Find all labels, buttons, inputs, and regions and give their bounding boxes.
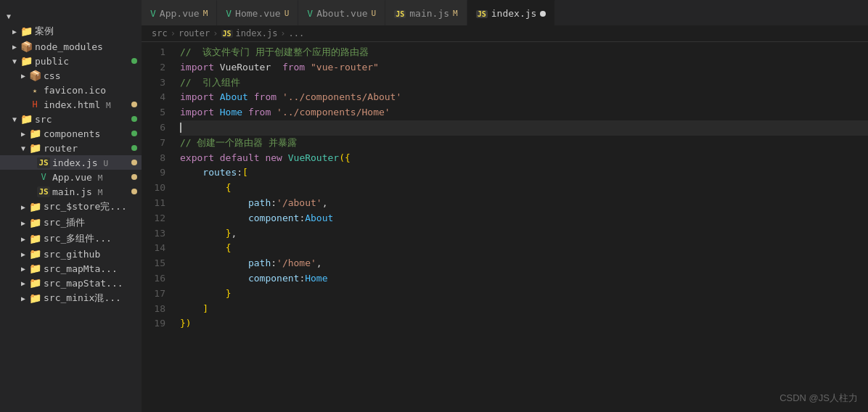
sidebar-item-router[interactable]: ▼📁router bbox=[0, 141, 142, 155]
token-comment: // 引入组件 bbox=[180, 75, 240, 91]
token-default bbox=[305, 60, 311, 75]
sidebar-item-label: favicon.ico bbox=[44, 85, 142, 96]
token-prop: component bbox=[248, 271, 299, 287]
sidebar-item-src_multi[interactable]: ▶📁src_多组件... bbox=[0, 231, 142, 247]
token-default bbox=[180, 196, 248, 211]
token-default bbox=[214, 151, 220, 166]
tab-index_js[interactable]: JSindex.js bbox=[467, 0, 556, 25]
token-string: "vue-router" bbox=[311, 60, 379, 75]
breadcrumb-dots: ... bbox=[289, 28, 305, 38]
tab-vue-icon: V bbox=[307, 8, 313, 19]
token-string: '/home' bbox=[277, 256, 316, 271]
sidebar-item-src[interactable]: ▼📁src bbox=[0, 112, 142, 126]
sidebar-item-src_mapStat[interactable]: ▶📁src_mapStat... bbox=[0, 276, 142, 290]
sidebar-item-label: src_$store完... bbox=[44, 200, 142, 213]
tab-main_js[interactable]: JSmain.jsM bbox=[385, 0, 467, 25]
token-keyword: from bbox=[282, 60, 305, 75]
sidebar-item-label: src_mapStat... bbox=[44, 278, 142, 289]
tab-app_vue[interactable]: VApp.vueM bbox=[142, 0, 217, 25]
token-component: About bbox=[305, 211, 333, 226]
chevron-icon: ▶ bbox=[17, 128, 29, 139]
sidebar-item-cases[interactable]: ▶📁案例 bbox=[0, 23, 142, 39]
sidebar-item-app_vue[interactable]: VApp.vue M bbox=[0, 170, 142, 184]
token-punct: , bbox=[231, 226, 237, 242]
chevron-icon: ▶ bbox=[17, 263, 29, 274]
sidebar-root[interactable]: ▼ bbox=[0, 9, 142, 23]
code-line: component:About bbox=[180, 211, 868, 226]
token-default: : bbox=[271, 256, 277, 271]
chevron-icon bbox=[26, 186, 38, 197]
sidebar-item-label: css bbox=[44, 70, 142, 81]
sidebar-tree: ▼ ▶📁案例▶📦node_modules▼📁public▶📦css★favico… bbox=[0, 9, 142, 412]
sidebar-item-label: App.vue M bbox=[52, 172, 131, 183]
code-line: { bbox=[180, 241, 868, 256]
sidebar-item-index_html[interactable]: Hindex.html M bbox=[0, 97, 142, 112]
token-default bbox=[180, 165, 202, 181]
tab-modifier: M bbox=[203, 9, 208, 18]
folder-blue-icon: 📦 bbox=[29, 70, 41, 81]
token-default: VueRouter bbox=[214, 60, 282, 75]
token-bracket: ) bbox=[186, 316, 192, 331]
sidebar-item-components[interactable]: ▶📁components bbox=[0, 126, 142, 141]
sidebar-item-node_modules[interactable]: ▶📦node_modules bbox=[0, 39, 142, 54]
token-default bbox=[214, 90, 220, 105]
sidebar-item-src_store[interactable]: ▶📁src_$store完... bbox=[0, 199, 142, 215]
tab-about_vue[interactable]: VAbout.vueU bbox=[298, 0, 385, 25]
sidebar-item-main_js[interactable]: JSmain.js M bbox=[0, 184, 142, 199]
line-number: 1 bbox=[142, 45, 165, 60]
token-bracket: { bbox=[226, 241, 232, 256]
sidebar-item-label: public bbox=[35, 56, 131, 67]
token-prop: component bbox=[248, 211, 299, 226]
sidebar-item-src_github[interactable]: ▶📁src_github bbox=[0, 247, 142, 261]
code-content[interactable]: // 该文件专门 用于创建整个应用的路由器import VueRouter fr… bbox=[174, 42, 868, 412]
line-number: 14 bbox=[142, 241, 165, 256]
tab-home_vue[interactable]: VHome.vueU bbox=[217, 0, 298, 25]
sidebar-item-label: 案例 bbox=[35, 25, 142, 38]
status-badge bbox=[131, 102, 137, 107]
tab-bar: VApp.vueMVHome.vueUVAbout.vueUJSmain.jsM… bbox=[142, 0, 868, 25]
line-number: 11 bbox=[142, 196, 165, 211]
token-default bbox=[180, 256, 248, 271]
code-line: ] bbox=[180, 302, 868, 317]
sidebar-item-label: index.js U bbox=[52, 157, 131, 168]
sidebar-item-favicon[interactable]: ★favicon.ico bbox=[0, 83, 142, 97]
folder-icon: 📁 bbox=[29, 217, 41, 228]
sidebar-item-css[interactable]: ▶📦css bbox=[0, 68, 142, 83]
token-component: Home bbox=[305, 271, 327, 287]
sidebar-item-src_mapMta[interactable]: ▶📁src_mapMta... bbox=[0, 261, 142, 276]
sidebar-item-index_js[interactable]: JSindex.js U bbox=[0, 155, 142, 170]
code-line: }, bbox=[180, 226, 868, 242]
tab-modifier: U bbox=[284, 9, 290, 18]
tab-label: App.vue bbox=[160, 8, 200, 19]
token-keyword: export bbox=[180, 151, 214, 166]
folder-icon: 📁 bbox=[29, 263, 41, 274]
code-line bbox=[180, 120, 868, 136]
token-component: Home bbox=[220, 105, 242, 120]
chevron-icon: ▶ bbox=[17, 277, 29, 289]
token-default bbox=[180, 211, 248, 226]
token-bracket: ( bbox=[339, 151, 345, 166]
tab-modifier: U bbox=[372, 9, 377, 18]
sidebar-item-src_plugin[interactable]: ▶📁src_插件 bbox=[0, 215, 142, 231]
sidebar-item-public[interactable]: ▼📁public bbox=[0, 54, 142, 68]
line-number: 6 bbox=[142, 120, 165, 136]
text-cursor bbox=[180, 123, 181, 133]
tab-modifier bbox=[540, 8, 546, 19]
folder-icon: 📁 bbox=[29, 201, 41, 213]
token-bracket: { bbox=[226, 181, 232, 196]
main-panel: VApp.vueMVHome.vueUVAbout.vueUJSmain.jsM… bbox=[142, 0, 868, 412]
chevron-icon: ▼ bbox=[9, 113, 20, 125]
line-number: 19 bbox=[142, 316, 165, 331]
chevron-icon bbox=[26, 171, 38, 183]
token-bracket: } bbox=[226, 226, 232, 242]
sidebar-item-src_minix[interactable]: ▶📁src_minix混... bbox=[0, 290, 142, 306]
token-default bbox=[180, 302, 202, 317]
folder-icon: 📁 bbox=[20, 25, 32, 37]
line-number: 12 bbox=[142, 211, 165, 226]
token-keyword: import bbox=[180, 105, 214, 120]
breadcrumb-router: router bbox=[179, 28, 210, 38]
breadcrumb: src › router › JS index.js › ... bbox=[142, 25, 868, 42]
token-default bbox=[180, 181, 226, 196]
token-bracket: } bbox=[180, 316, 186, 331]
breadcrumb-src: src bbox=[152, 28, 168, 38]
